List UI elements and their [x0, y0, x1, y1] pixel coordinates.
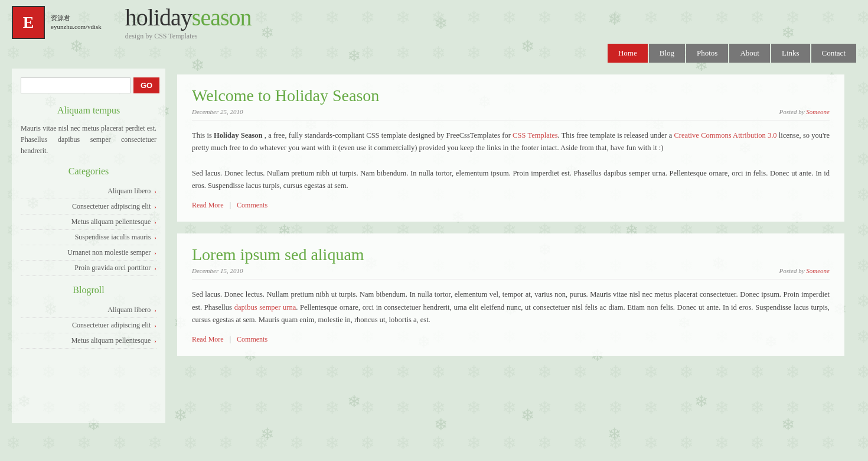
category-item-3[interactable]: Suspendisse iaculis mauris ›	[21, 230, 156, 245]
category-arrow-3: ›	[154, 233, 156, 241]
nav-blog[interactable]: Blog	[649, 44, 685, 63]
category-label-1: Consectetuer adipiscing elit	[72, 202, 151, 211]
post-1-comments[interactable]: Comments	[237, 335, 267, 344]
sidebar-section-aliquam-title: Aliquam tempus	[21, 105, 156, 116]
post-0-link-cc[interactable]: Creative Commons Attribution 3.0	[674, 131, 777, 139]
category-list: Aliquam libero › Consectetuer adipiscing…	[21, 184, 156, 276]
blogroll-list: Aliquam libero › Consectetuer adipiscing…	[21, 303, 156, 349]
post-0-author: Someone	[806, 108, 830, 115]
post-1-title: Lorem ipsum sed aliquam	[192, 245, 830, 264]
nav-bar: Home Blog Photos About Links Contact	[0, 41, 868, 63]
category-label-3: Suspendisse iaculis mauris	[75, 233, 151, 242]
blogroll-arrow-0: ›	[154, 306, 156, 313]
go-button[interactable]: GO	[133, 77, 159, 93]
blogroll-arrow-1: ›	[154, 322, 156, 329]
nav-links[interactable]: Links	[771, 44, 810, 63]
post-0-read-more[interactable]: Read More	[192, 201, 224, 210]
logo-line1: 资源君	[51, 14, 102, 22]
category-arrow-5: ›	[154, 264, 156, 271]
category-label-4: Urnanet non molestie semper	[67, 248, 151, 257]
title-block: holidayseason design by CSS Templates	[113, 6, 833, 41]
post-0-posted-by: Posted by Someone	[779, 108, 830, 115]
post-1-date: December 15, 2010	[192, 267, 243, 274]
site-title-black: holiday	[125, 4, 192, 31]
post-0-date: December 25, 2010	[192, 108, 243, 115]
blogroll-item-0[interactable]: Aliquam libero ›	[21, 303, 156, 318]
post-1-meta: December 15, 2010 Posted by Someone	[192, 267, 830, 280]
category-item-0[interactable]: Aliquam libero ›	[21, 184, 156, 199]
logo-area: E 资源君 eyunzhu.com/vdisk	[12, 6, 102, 39]
blogroll-label-2: Metus aliquam pellentesque	[71, 336, 151, 345]
category-arrow-4: ›	[154, 249, 156, 256]
category-item-2[interactable]: Metus aliquam pellentesque ›	[21, 215, 156, 230]
post-0-body2: Sed lacus. Donec lectus. Nullam pretium …	[192, 167, 830, 193]
post-0: Welcome to Holiday Season December 25, 2…	[177, 74, 844, 222]
site-subtitle: design by CSS Templates	[125, 32, 833, 41]
post-0-title: Welcome to Holiday Season	[192, 86, 830, 105]
sidebar: GO Aliquam tempus Mauris vitae nisl nec …	[12, 69, 165, 423]
nav-about[interactable]: About	[729, 44, 770, 63]
post-0-footer: Read More | Comments	[192, 201, 830, 210]
category-label-5: Proin gravida orci porttitor	[74, 264, 151, 272]
category-label-0: Aliquam libero	[107, 187, 151, 196]
post-1-posted-by: Posted by Someone	[779, 267, 830, 274]
post-1-link-dapibus[interactable]: dapibus semper urna	[234, 303, 296, 311]
main-content: Welcome to Holiday Season December 25, 2…	[165, 69, 856, 423]
category-arrow-1: ›	[154, 203, 156, 210]
post-0-comments[interactable]: Comments	[237, 201, 267, 210]
logo-box: E	[12, 6, 45, 39]
post-0-meta: December 25, 2010 Posted by Someone	[192, 108, 830, 121]
category-item-1[interactable]: Consectetuer adipiscing elit ›	[21, 199, 156, 215]
sidebar-blogroll-title: Blogroll	[21, 285, 156, 296]
search-input[interactable]	[21, 77, 130, 93]
nav-contact[interactable]: Contact	[811, 44, 856, 63]
site-title: holidayseason	[125, 6, 833, 30]
category-arrow-2: ›	[154, 218, 156, 225]
post-0-body: This is Holiday Season , a free, fully s…	[192, 129, 830, 192]
layout: GO Aliquam tempus Mauris vitae nisl nec …	[12, 69, 856, 423]
blogroll-label-1: Consectetuer adipiscing elit	[72, 321, 151, 330]
post-0-bold: Holiday Season	[214, 131, 262, 139]
header: E 资源君 eyunzhu.com/vdisk holidayseason de…	[0, 0, 868, 41]
post-1: Lorem ipsum sed aliquam December 15, 201…	[177, 233, 844, 356]
post-0-divider: |	[230, 201, 231, 210]
category-item-4[interactable]: Urnanet non molestie semper ›	[21, 245, 156, 261]
nav-photos[interactable]: Photos	[686, 44, 728, 63]
sidebar-aliquam-text: Mauris vitae nisl nec metus placerat per…	[21, 123, 156, 157]
category-item-5[interactable]: Proin gravida orci porttitor ›	[21, 261, 156, 276]
sidebar-categories-title: Categories	[21, 166, 156, 177]
category-arrow-0: ›	[154, 187, 156, 194]
blogroll-item-1[interactable]: Consectetuer adipiscing elit ›	[21, 318, 156, 333]
post-0-link-css[interactable]: CSS Templates	[513, 131, 557, 139]
site-title-green: season	[192, 4, 252, 31]
post-1-footer: Read More | Comments	[192, 335, 830, 344]
blogroll-label-0: Aliquam libero	[107, 306, 151, 314]
blogroll-arrow-2: ›	[154, 337, 156, 344]
post-1-body: Sed lacus. Donec lectus. Nullam pretium …	[192, 288, 830, 326]
post-1-divider: |	[230, 335, 231, 344]
logo-text: 资源君 eyunzhu.com/vdisk	[51, 14, 102, 32]
search-area: GO	[21, 77, 156, 93]
logo-line2: eyunzhu.com/vdisk	[51, 22, 102, 31]
nav-home[interactable]: Home	[608, 44, 648, 63]
category-label-2: Metus aliquam pellentesque	[71, 217, 151, 226]
logo-letter: E	[23, 13, 34, 32]
blogroll-item-2[interactable]: Metus aliquam pellentesque ›	[21, 333, 156, 349]
post-1-author: Someone	[806, 267, 830, 274]
post-1-read-more[interactable]: Read More	[192, 335, 224, 344]
